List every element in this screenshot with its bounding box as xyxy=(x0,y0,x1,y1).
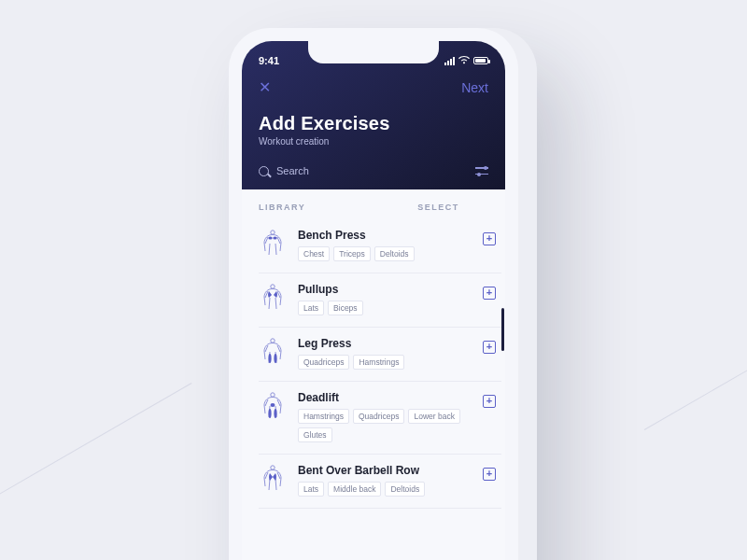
muscle-chips: ChestTricepsDeltoids xyxy=(298,246,470,261)
muscle-diagram-icon xyxy=(259,283,287,315)
muscle-chip: Glutes xyxy=(298,427,332,442)
page-title: Add Exercises xyxy=(259,113,488,134)
bg-decor-line xyxy=(0,383,191,505)
search-placeholder: Search xyxy=(276,165,309,176)
add-exercise-button[interactable]: + xyxy=(483,232,496,245)
exercise-name: Leg Press xyxy=(298,337,470,350)
svg-point-0 xyxy=(271,231,275,234)
muscle-chip: Quadriceps xyxy=(353,409,404,424)
tab-selected[interactable]: SELECT xyxy=(417,203,459,212)
exercise-list: Bench Press ChestTricepsDeltoids + Pullu… xyxy=(242,219,505,509)
muscle-chip: Hamstrings xyxy=(298,409,349,424)
status-time: 9:41 xyxy=(259,55,279,66)
exercise-item[interactable]: Leg Press QuadricepsHamstrings + xyxy=(259,328,501,382)
page-subtitle: Workout creation xyxy=(259,136,488,147)
wifi-icon xyxy=(458,56,470,66)
exercise-item[interactable]: Bench Press ChestTricepsDeltoids + xyxy=(259,219,501,273)
svg-point-5 xyxy=(268,354,271,363)
svg-point-4 xyxy=(271,339,275,343)
muscle-chip: Deltoids xyxy=(385,482,425,497)
svg-point-9 xyxy=(274,409,276,418)
next-button[interactable]: Next xyxy=(461,80,488,95)
muscle-diagram-icon xyxy=(259,464,287,496)
exercise-name: Bent Over Barbell Row xyxy=(298,464,470,477)
muscle-chip: Deltoids xyxy=(374,246,415,261)
exercise-name: Pullups xyxy=(298,283,470,296)
filter-icon[interactable] xyxy=(475,166,488,175)
muscle-diagram-icon xyxy=(259,337,287,369)
svg-point-10 xyxy=(271,403,275,407)
search-input[interactable]: Search xyxy=(259,165,309,176)
exercise-item[interactable]: Bent Over Barbell Row LatsMiddle backDel… xyxy=(259,455,501,509)
exercise-name: Deadlift xyxy=(298,391,470,404)
muscle-chip: Lats xyxy=(298,301,324,315)
exercise-item[interactable]: Pullups LatsBiceps + xyxy=(259,273,501,328)
muscle-chip: Lats xyxy=(298,482,324,497)
exercise-item[interactable]: Deadlift HamstringsQuadricepsLower backG… xyxy=(259,382,501,455)
svg-point-11 xyxy=(271,466,275,469)
muscle-chips: LatsBiceps xyxy=(298,301,470,315)
close-button[interactable]: ✕ xyxy=(259,78,271,96)
muscle-chip: Middle back xyxy=(328,482,381,497)
muscle-chips: QuadricepsHamstrings xyxy=(298,355,470,370)
muscle-chip: Hamstrings xyxy=(353,355,404,370)
muscle-chip: Triceps xyxy=(333,246,371,261)
muscle-diagram-icon xyxy=(259,229,287,260)
muscle-chip: Quadriceps xyxy=(298,355,349,370)
svg-point-1 xyxy=(268,236,272,239)
tab-library[interactable]: LIBRARY xyxy=(259,203,305,212)
scroll-indicator[interactable] xyxy=(501,308,504,351)
battery-icon xyxy=(473,57,488,64)
exercise-name: Bench Press xyxy=(298,229,470,242)
muscle-chips: LatsMiddle backDeltoids xyxy=(298,482,470,497)
add-exercise-button[interactable]: + xyxy=(483,395,496,408)
svg-point-6 xyxy=(274,354,276,363)
tabs: LIBRARY SELECT xyxy=(242,189,505,219)
bg-decor-line xyxy=(644,327,747,430)
add-exercise-button[interactable]: + xyxy=(483,287,496,300)
phone-frame: 9:41 ✕ Next Add Exercises Workout creati… xyxy=(229,28,518,560)
svg-point-3 xyxy=(271,285,275,288)
svg-point-2 xyxy=(273,236,276,239)
muscle-chips: HamstringsQuadricepsLower backGlutes xyxy=(298,409,470,442)
svg-point-8 xyxy=(268,409,271,418)
add-exercise-button[interactable]: + xyxy=(483,468,496,481)
muscle-chip: Biceps xyxy=(328,301,363,315)
search-icon xyxy=(259,166,269,176)
add-exercise-button[interactable]: + xyxy=(483,341,496,354)
muscle-chip: Lower back xyxy=(408,409,459,424)
notch xyxy=(308,41,439,63)
muscle-chip: Chest xyxy=(298,246,330,261)
screen: 9:41 ✕ Next Add Exercises Workout creati… xyxy=(242,41,505,560)
signal-icon xyxy=(444,57,455,65)
svg-point-7 xyxy=(271,393,275,397)
muscle-diagram-icon xyxy=(259,391,287,423)
